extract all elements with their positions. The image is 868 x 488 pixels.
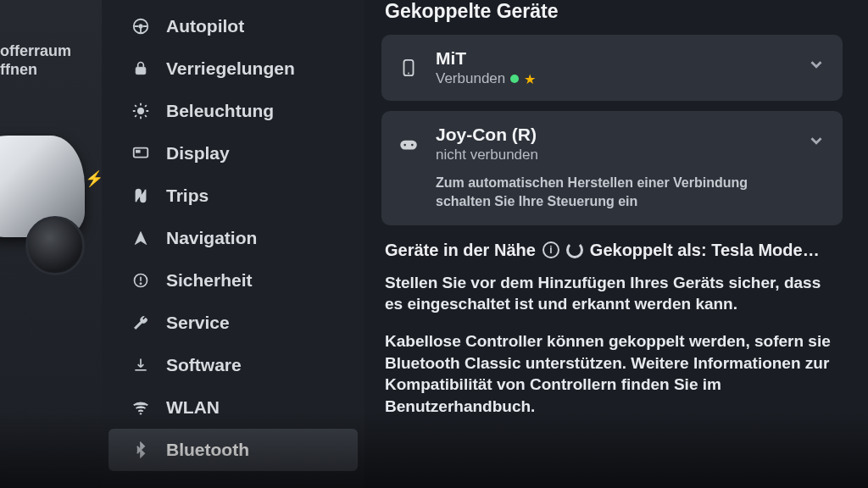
favorite-star-icon: ★ <box>524 71 536 87</box>
sidebar-item-wlan[interactable]: WLAN <box>108 386 358 429</box>
car-preview-panel: offerraum ffnen ⚡ <box>0 0 102 488</box>
service-icon <box>131 313 151 333</box>
svg-point-12 <box>403 144 406 147</box>
car-silhouette <box>0 136 93 288</box>
sidebar-item-label: Verriegelungen <box>166 58 295 79</box>
nearby-devices-label: Geräte in der Nähe <box>385 241 536 260</box>
paired-device-card[interactable]: Joy-Con (R) nicht verbunden Zum automati… <box>381 111 843 225</box>
paired-devices-title: Gekoppelte Geräte <box>385 0 843 23</box>
sidebar-item-service[interactable]: Service <box>108 302 358 344</box>
svg-rect-11 <box>400 141 417 150</box>
sidebar-item-label: Beleuchtung <box>166 101 274 121</box>
sidebar-item-label: Sicherheit <box>166 270 253 291</box>
phone-icon <box>397 53 420 82</box>
scanning-spinner-icon <box>566 241 583 258</box>
sidebar-item-label: Trips <box>166 186 209 206</box>
device-name: MiT <box>436 48 792 69</box>
nearby-help-text-2: Kabellose Controller können gekoppelt we… <box>385 330 843 418</box>
svg-rect-2 <box>136 67 146 74</box>
device-status: nicht verbunden <box>436 147 538 164</box>
sidebar-item-display[interactable]: Display <box>108 132 358 175</box>
sidebar-item-software[interactable]: Software <box>108 344 358 386</box>
svg-point-10 <box>408 73 409 75</box>
sidebar-item-label: Navigation <box>166 228 257 248</box>
steering-wheel-icon <box>131 16 151 36</box>
device-name: Joy-Con (R) <box>436 125 792 145</box>
svg-point-1 <box>139 25 143 29</box>
trips-icon <box>131 186 151 206</box>
navigation-icon <box>131 228 151 248</box>
sidebar-item-label: Service <box>166 313 230 333</box>
sidebar-item-autopilot[interactable]: Autopilot <box>108 5 358 47</box>
sidebar-item-label: Autopilot <box>166 16 244 36</box>
charging-bolt-icon: ⚡ <box>85 169 102 188</box>
nearby-help-text-1: Stellen Sie vor dem Hinzufügen Ihres Ger… <box>385 272 843 315</box>
sidebar-item-label: Display <box>166 143 230 164</box>
nearby-devices-header: Geräte in der Nähe i Gekoppelt als: Tesl… <box>385 241 843 260</box>
software-icon <box>131 355 151 375</box>
lock-icon <box>131 58 151 79</box>
gamepad-icon <box>397 130 420 158</box>
chevron-down-icon[interactable] <box>807 55 826 78</box>
sidebar-item-label: Software <box>166 355 242 375</box>
sidebar-item-trips[interactable]: Trips <box>108 175 358 217</box>
bluetooth-settings-main: Gekoppelte Geräte MiT Verbunden ★ Joy-Co… <box>364 0 868 488</box>
open-trunk-label[interactable]: offerraum ffnen <box>0 42 102 79</box>
device-hint: Zum automatischen Herstellen einer Verbi… <box>436 174 792 212</box>
svg-point-7 <box>140 283 142 285</box>
sidebar-item-lights[interactable]: Beleuchtung <box>108 90 358 132</box>
connected-dot-icon <box>510 75 519 83</box>
device-status: Verbunden <box>436 70 505 87</box>
bluetooth-icon <box>131 440 151 460</box>
sidebar-item-locks[interactable]: Verriegelungen <box>108 47 358 90</box>
sidebar-item-bluetooth[interactable]: Bluetooth <box>108 429 358 471</box>
safety-icon <box>131 270 151 291</box>
paired-device-card[interactable]: MiT Verbunden ★ <box>381 35 843 101</box>
sidebar-item-label: Bluetooth <box>166 440 249 460</box>
wifi-icon <box>131 397 151 418</box>
sidebar-item-safety[interactable]: Sicherheit <box>108 259 358 302</box>
svg-rect-5 <box>136 150 141 152</box>
light-icon <box>131 101 151 121</box>
svg-point-8 <box>140 413 142 414</box>
info-icon[interactable]: i <box>542 241 559 258</box>
settings-sidebar: Autopilot Verriegelungen Beleuchtung Dis… <box>102 0 364 488</box>
svg-point-13 <box>411 144 414 147</box>
paired-as-label: Gekoppelt als: Tesla Mode… <box>590 241 820 260</box>
display-icon <box>131 143 151 164</box>
sidebar-item-navigation[interactable]: Navigation <box>108 217 358 259</box>
sidebar-item-label: WLAN <box>166 397 220 418</box>
svg-point-3 <box>137 108 143 114</box>
chevron-down-icon[interactable] <box>807 131 826 154</box>
